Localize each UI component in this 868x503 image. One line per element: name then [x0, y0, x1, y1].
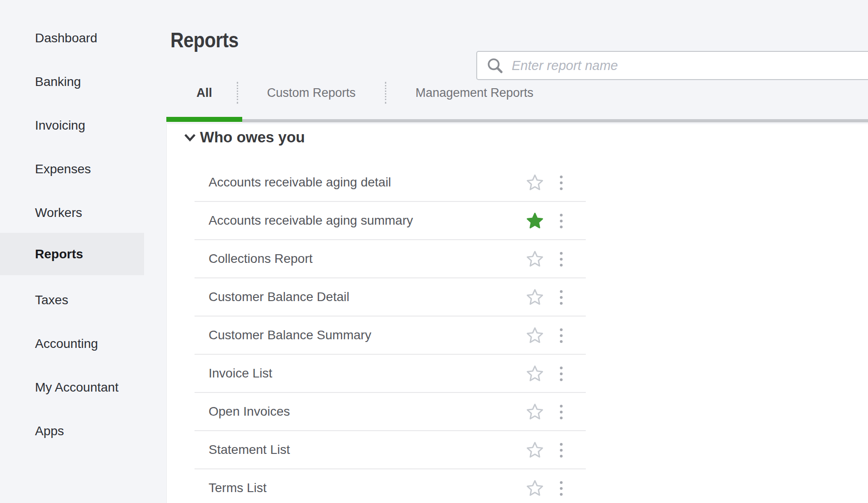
- sidebar-item-expenses[interactable]: Expenses: [0, 148, 144, 190]
- report-list-panel: Who owes you Accounts receivable aging d…: [166, 124, 868, 503]
- search-input[interactable]: [511, 54, 868, 77]
- row-menu-kebab-icon[interactable]: [554, 213, 568, 229]
- report-row: Open Invoices: [195, 393, 586, 431]
- sidebar-item-accounting[interactable]: Accounting: [0, 322, 144, 365]
- search-icon: [486, 57, 504, 74]
- sidebar-item-apps[interactable]: Apps: [0, 410, 144, 452]
- favorite-star-icon[interactable]: [526, 480, 544, 496]
- sidebar: Dashboard Banking Invoicing Expenses Wor…: [0, 0, 166, 503]
- sidebar-item-reports[interactable]: Reports: [0, 233, 144, 275]
- report-link[interactable]: Collections Report: [209, 240, 313, 277]
- favorite-star-icon[interactable]: [526, 403, 544, 420]
- report-link[interactable]: Accounts receivable aging summary: [209, 202, 413, 239]
- report-row: Customer Balance Detail: [195, 278, 586, 317]
- page-title: Reports: [170, 28, 239, 52]
- report-link[interactable]: Invoice List: [209, 355, 272, 392]
- favorite-star-icon[interactable]: [526, 327, 544, 343]
- active-tab-underline: [166, 117, 242, 122]
- tab-management-reports[interactable]: Management Reports: [385, 82, 564, 104]
- tab-custom-reports[interactable]: Custom Reports: [237, 82, 385, 104]
- favorite-star-icon[interactable]: [526, 442, 544, 458]
- row-menu-kebab-icon[interactable]: [554, 252, 568, 267]
- report-link[interactable]: Statement List: [209, 431, 290, 468]
- report-row: Collections Report: [195, 240, 586, 278]
- row-menu-kebab-icon[interactable]: [554, 404, 568, 420]
- report-row: Customer Balance Summary: [195, 317, 586, 355]
- sidebar-item-banking[interactable]: Banking: [0, 60, 144, 103]
- report-link[interactable]: Terms List: [209, 469, 267, 503]
- row-menu-kebab-icon[interactable]: [554, 481, 568, 496]
- report-link[interactable]: Customer Balance Summary: [209, 317, 371, 354]
- favorite-star-icon[interactable]: [526, 174, 544, 191]
- sidebar-item-invoicing[interactable]: Invoicing: [0, 104, 144, 146]
- tab-baseline: [242, 119, 868, 122]
- report-link[interactable]: Customer Balance Detail: [209, 278, 349, 316]
- row-menu-kebab-icon[interactable]: [554, 366, 568, 382]
- report-row: Accounts receivable aging summary: [195, 202, 586, 240]
- section-title: Who owes you: [200, 129, 305, 146]
- row-menu-kebab-icon[interactable]: [554, 290, 568, 305]
- sidebar-item-dashboard[interactable]: Dashboard: [0, 17, 144, 59]
- report-link[interactable]: Open Invoices: [209, 393, 290, 430]
- reports-page: { "colors": { "accent_green": "#2ca01c",…: [0, 0, 868, 503]
- sidebar-item-workers[interactable]: Workers: [0, 191, 144, 234]
- favorite-star-icon[interactable]: [526, 365, 544, 382]
- report-row: Invoice List: [195, 355, 586, 393]
- favorite-star-icon[interactable]: [526, 289, 544, 305]
- sidebar-item-taxes[interactable]: Taxes: [0, 279, 144, 321]
- report-search-box: [476, 51, 868, 80]
- report-row: Statement List: [195, 431, 586, 469]
- report-row: Terms List: [195, 469, 586, 503]
- row-menu-kebab-icon[interactable]: [554, 175, 568, 191]
- favorite-star-icon[interactable]: [526, 212, 544, 229]
- report-link[interactable]: Accounts receivable aging detail: [209, 164, 391, 201]
- row-menu-kebab-icon[interactable]: [554, 443, 568, 458]
- sidebar-item-my-accountant[interactable]: My Accountant: [0, 366, 144, 408]
- report-row: Accounts receivable aging detail: [195, 164, 586, 202]
- tab-all[interactable]: All: [166, 82, 242, 104]
- row-menu-kebab-icon[interactable]: [554, 328, 568, 343]
- favorite-star-icon[interactable]: [526, 251, 544, 267]
- section-toggle-who-owes-you[interactable]: Who owes you: [184, 129, 305, 146]
- chevron-down-icon: [184, 134, 196, 141]
